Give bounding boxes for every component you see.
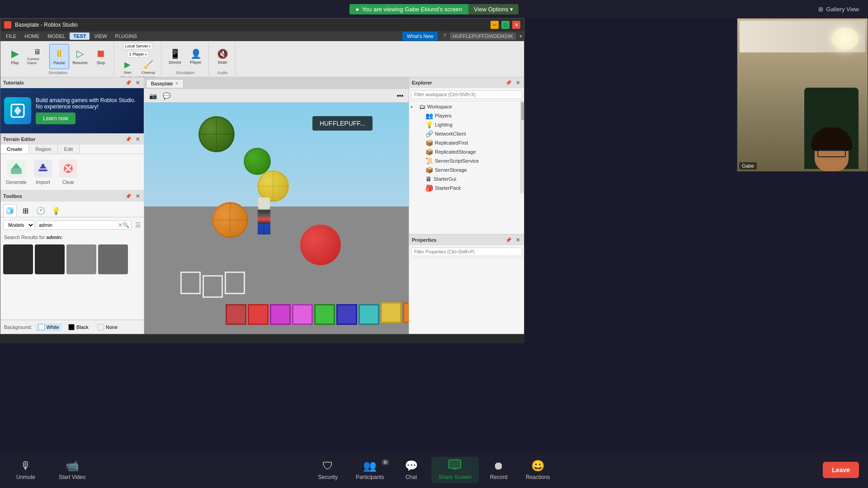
clear-search-icon[interactable]: ✕ bbox=[118, 222, 123, 228]
participants-button[interactable]: 👥 8 Participants bbox=[349, 457, 392, 483]
search-icon[interactable]: 🔍 bbox=[123, 222, 129, 228]
bg-none-option[interactable]: None bbox=[95, 323, 120, 331]
menu-file[interactable]: FILE bbox=[2, 33, 20, 40]
security-button[interactable]: 🛡 Security bbox=[311, 457, 345, 483]
toolbox-tab-models[interactable]: 🧊 bbox=[3, 204, 17, 217]
record-button[interactable]: ⏺ Record bbox=[482, 457, 515, 483]
tree-startergui[interactable]: 🖥 StarterGui bbox=[409, 174, 520, 183]
tree-players[interactable]: 👥 Players bbox=[409, 111, 520, 120]
tree-lighting[interactable]: 💡 Lighting bbox=[409, 120, 520, 129]
menu-plugins[interactable]: PLUGINS bbox=[112, 33, 141, 40]
toolbox-result-item[interactable] bbox=[98, 244, 128, 274]
menu-view[interactable]: VIEW bbox=[90, 33, 110, 40]
toolbox-pin-button[interactable]: 📌 bbox=[125, 193, 132, 199]
viewport-tab-baseplate[interactable]: Baseplate ✕ bbox=[146, 79, 184, 88]
explorer-scrollbar[interactable] bbox=[520, 101, 524, 193]
cleanup-button[interactable]: 🧹 Cleanup bbox=[138, 59, 158, 75]
whats-new-button[interactable]: What's New bbox=[402, 32, 438, 41]
bg-black-option[interactable]: Black bbox=[66, 323, 91, 331]
reactions-button[interactable]: 😀 Reactions bbox=[519, 457, 557, 483]
terrain-import[interactable]: Import bbox=[34, 160, 52, 185]
play-button[interactable]: ▶ Play bbox=[5, 44, 25, 69]
player-label: Player bbox=[190, 60, 202, 65]
window-controls[interactable]: ─ □ ✕ bbox=[491, 21, 520, 29]
terrain-tab-edit[interactable]: Edit bbox=[58, 145, 80, 154]
player-dropdown[interactable]: 1 Player ▾ bbox=[127, 51, 148, 57]
explorer-controls[interactable]: 📌 ✕ bbox=[505, 80, 521, 86]
tree-networkclient[interactable]: 🔗 NetworkClient bbox=[409, 129, 520, 138]
current-client-button[interactable]: 🖥 Current Client bbox=[26, 50, 48, 63]
filter-icon[interactable]: ☰ bbox=[135, 221, 141, 229]
tree-starterpack[interactable]: 🎒 StarterPack bbox=[409, 183, 520, 192]
tutorials-close-button[interactable]: ✕ bbox=[134, 80, 141, 86]
device-button[interactable]: 📱 Device bbox=[165, 44, 185, 69]
toolbox-tab-images[interactable]: ⊞ bbox=[19, 204, 32, 217]
properties-close-button[interactable]: ✕ bbox=[514, 237, 521, 243]
menu-test[interactable]: TEST bbox=[70, 33, 90, 40]
menu-model[interactable]: MODEL bbox=[44, 33, 69, 40]
terrain-close-button[interactable]: ✕ bbox=[134, 136, 141, 142]
toolbox-category-dropdown[interactable]: Models Audio Decals bbox=[3, 220, 35, 230]
toolbox-close-button[interactable]: ✕ bbox=[134, 193, 141, 199]
toolbox-controls[interactable]: 📌 ✕ bbox=[125, 193, 141, 199]
minimize-button[interactable]: ─ bbox=[491, 21, 499, 29]
explorer-pin-button[interactable]: 📌 bbox=[505, 80, 512, 86]
bg-white-option[interactable]: White bbox=[36, 323, 62, 331]
terrain-tab-region[interactable]: Region bbox=[29, 145, 58, 154]
leave-button[interactable]: Leave bbox=[823, 462, 859, 478]
mute-button[interactable]: 🔇 Mute bbox=[212, 44, 232, 69]
cube-white-3 bbox=[225, 272, 245, 294]
menu-home[interactable]: HOME bbox=[21, 33, 43, 40]
explorer-filter-input[interactable] bbox=[411, 90, 522, 99]
chat-button[interactable]: 💬 Chat bbox=[395, 457, 428, 483]
close-button[interactable]: ✕ bbox=[512, 21, 520, 29]
terrain-clear[interactable]: Clear bbox=[59, 160, 77, 185]
viewport-more-button[interactable]: ••• bbox=[394, 90, 406, 102]
terrain-tab-create[interactable]: Create bbox=[0, 145, 29, 154]
tree-workspace[interactable]: ▸ 🗂 Workspace bbox=[409, 102, 520, 111]
gallery-view-button[interactable]: ⊞ Gallery View bbox=[818, 6, 859, 13]
server-dropdown[interactable]: Local Server ▾ bbox=[123, 43, 153, 49]
video-icon: 📹 bbox=[66, 460, 79, 472]
unmute-button[interactable]: 🎙 Unmute bbox=[9, 457, 42, 483]
tree-replicatedstorage[interactable]: 📦 ReplicatedStorage bbox=[409, 147, 520, 156]
view-options-button[interactable]: View Options ▾ bbox=[468, 4, 519, 14]
toolbox-result-item[interactable] bbox=[35, 244, 65, 274]
tree-replicatedfirst[interactable]: 📦 ReplicatedFirst bbox=[409, 138, 520, 147]
pause-button[interactable]: ⏸ Pause bbox=[49, 44, 69, 69]
start-button[interactable]: ▶ Start bbox=[118, 59, 137, 75]
share-screen-button[interactable]: Share Screen bbox=[431, 457, 479, 483]
player-emulation-button[interactable]: 👤 Player bbox=[186, 44, 206, 69]
viewport-tab-close[interactable]: ✕ bbox=[175, 81, 179, 86]
unmute-icon: 🎙 bbox=[20, 460, 31, 472]
cube-red2 bbox=[248, 304, 269, 325]
viewport-chat-button[interactable]: 💬 bbox=[160, 90, 172, 102]
pause-label: Pause bbox=[53, 61, 65, 65]
webcam-person bbox=[804, 88, 859, 171]
toolbox-search-input[interactable] bbox=[39, 222, 118, 228]
properties-filter-input[interactable] bbox=[411, 248, 522, 256]
tutorials-pin-button[interactable]: 📌 bbox=[125, 80, 132, 86]
maximize-button[interactable]: □ bbox=[501, 21, 509, 29]
tree-serverscriptservice[interactable]: 📜 ServerScriptService bbox=[409, 156, 520, 165]
learn-now-button[interactable]: Learn now bbox=[36, 113, 75, 124]
explorer-close-button[interactable]: ✕ bbox=[514, 80, 521, 86]
viewport-canvas[interactable]: HUFFLEPUFF... bbox=[144, 103, 409, 334]
resume-button[interactable]: ▷ Resume bbox=[70, 44, 90, 69]
properties-controls[interactable]: 📌 ✕ bbox=[505, 237, 521, 243]
properties-pin-button[interactable]: 📌 bbox=[505, 237, 512, 243]
stop-button[interactable]: ⏹ Stop bbox=[91, 44, 111, 69]
viewport-camera-button[interactable]: 📷 bbox=[147, 90, 159, 102]
terrain-pin-button[interactable]: 📌 bbox=[125, 136, 132, 142]
tutorials-controls[interactable]: 📌 ✕ bbox=[125, 80, 141, 86]
toolbox-result-item[interactable] bbox=[66, 244, 96, 274]
toolbox-result-item[interactable] bbox=[3, 244, 33, 274]
terrain-generate[interactable]: Generate bbox=[6, 160, 27, 185]
terrain-controls[interactable]: 📌 ✕ bbox=[125, 136, 141, 142]
explorer-scroll-thumb[interactable] bbox=[521, 102, 524, 120]
svg-rect-20 bbox=[450, 461, 460, 467]
toolbox-tab-recent[interactable]: 🕐 bbox=[34, 204, 47, 217]
tree-serverstorage[interactable]: 📦 ServerStorage bbox=[409, 165, 520, 174]
toolbox-tab-more[interactable]: 💡 bbox=[49, 204, 63, 217]
start-video-button[interactable]: 📹 Start Video bbox=[52, 457, 93, 483]
